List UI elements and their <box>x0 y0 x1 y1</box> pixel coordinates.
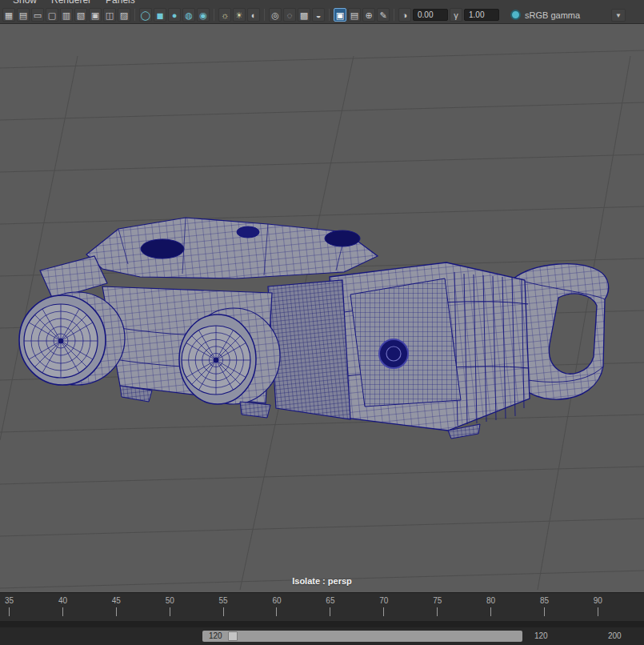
front-port <box>379 339 408 368</box>
depth-of-field-icon[interactable]: ◒ <box>312 8 325 22</box>
menu-panels[interactable]: Panels <box>106 0 135 6</box>
top-knob <box>141 239 184 258</box>
frame-number-label: 50 <box>166 596 174 605</box>
wireframe-model[interactable] <box>19 218 609 439</box>
frame-cell[interactable]: 40 <box>55 593 109 621</box>
frame-cell[interactable]: 55 <box>216 593 270 621</box>
camera-names-icon[interactable]: ◫ <box>103 8 116 22</box>
axes-icon[interactable]: ▨ <box>118 8 130 22</box>
frame-tick <box>223 607 224 616</box>
wireframe-shade-icon[interactable]: ◯ <box>139 8 152 22</box>
grease-pencil-icon[interactable]: ✎ <box>377 8 390 22</box>
frame-tick <box>598 607 598 616</box>
frame-cell[interactable]: 35 <box>2 593 55 621</box>
menubar: Show Renderer Panels <box>0 0 644 6</box>
frame-cell[interactable]: 70 <box>376 593 430 621</box>
animation-end-field[interactable]: 200 <box>608 631 622 640</box>
lens-left <box>19 292 125 385</box>
frame-tick <box>276 607 277 616</box>
frame-number-label: 70 <box>379 596 388 605</box>
gamma-field[interactable]: 1.00 <box>464 9 499 21</box>
view-transform-dropdown[interactable]: sRGB gamma ▼ <box>510 9 642 22</box>
playback-start-value: 120 <box>209 631 222 640</box>
smooth-shade-icon[interactable]: ● <box>168 8 181 22</box>
frame-tick <box>9 607 10 616</box>
playback-end-field[interactable]: 120 <box>534 631 548 640</box>
gamma-icon[interactable]: γ <box>450 8 462 22</box>
frame-number-label: 80 <box>486 596 495 605</box>
frame-cell[interactable]: 45 <box>109 593 162 621</box>
shadows-icon[interactable]: ◐ <box>247 8 260 22</box>
frame-tick <box>170 607 170 616</box>
maya-viewport-panel: Show Renderer Panels ▦ ▤ ▭ ▢ ▥ ▧ ▣ ◫ ▨ ◯… <box>0 0 644 645</box>
toolbar-separator <box>134 9 135 21</box>
textured-shade-icon[interactable]: ◍ <box>182 8 195 22</box>
view-transform-label: sRGB gamma <box>525 10 580 20</box>
slider-divider <box>0 621 644 627</box>
chevron-down-icon[interactable]: ▼ <box>611 9 626 22</box>
color-management-icon <box>510 10 521 20</box>
range-track[interactable]: 120 <box>202 631 522 642</box>
default-lighting-icon[interactable]: ☼ <box>218 8 231 22</box>
frame-cell[interactable]: 75 <box>430 593 483 621</box>
frame-cell[interactable]: 85 <box>537 593 590 621</box>
top-knob <box>325 230 360 246</box>
field-chart-icon[interactable]: ▥ <box>60 8 73 22</box>
viewport-canvas[interactable] <box>0 24 644 592</box>
toolbar-separator <box>329 9 330 21</box>
top-knob <box>237 226 259 238</box>
panel-toolbar: ▦ ▤ ▭ ▢ ▥ ▧ ▣ ◫ ▨ ◯ ◼ ● ◍ ◉ ☼ ☀ ◐ ◎ ◌ ▩ … <box>0 6 644 24</box>
frame-tick <box>437 607 438 616</box>
exposure-field[interactable]: 0.00 <box>413 9 448 21</box>
multisampling-icon[interactable]: ▩ <box>298 8 310 22</box>
frame-cell[interactable]: 80 <box>483 593 537 621</box>
frame-number-label: 40 <box>58 596 67 605</box>
frame-cell[interactable]: 50 <box>162 593 216 621</box>
toolbar-separator <box>214 9 214 21</box>
frame-number-label: 55 <box>219 596 228 605</box>
flat-shade-icon[interactable]: ◼ <box>154 8 166 22</box>
frame-tick <box>544 607 545 616</box>
layout-grid-icon[interactable]: ▦ <box>2 8 15 22</box>
frame-number-label: 45 <box>112 596 121 605</box>
image-plane-icon[interactable]: ▤ <box>348 8 361 22</box>
range-handle[interactable] <box>228 631 238 641</box>
frame-number-label: 65 <box>326 596 334 605</box>
ambient-occlusion-icon[interactable]: ◎ <box>269 8 282 22</box>
frame-tick <box>490 607 491 616</box>
exposure-icon[interactable]: ◑ <box>398 8 411 22</box>
frame-number-label: 35 <box>5 596 14 605</box>
frame-cell[interactable]: 60 <box>269 593 322 621</box>
isolate-mode-label: Isolate : persp <box>0 576 644 586</box>
frame-tick <box>383 607 384 616</box>
frame-tick <box>62 607 63 616</box>
viewport[interactable]: Isolate : persp <box>0 24 644 592</box>
frame-number-label: 75 <box>433 596 442 605</box>
safe-title-icon[interactable]: ▣ <box>89 8 102 22</box>
isolate-select-icon[interactable]: ▣ <box>334 8 346 22</box>
time-slider[interactable]: 35 40 45 50 55 60 65 70 75 80 <box>0 592 644 621</box>
frame-tick <box>116 607 117 616</box>
gate-mask-icon[interactable]: ▢ <box>46 8 58 22</box>
menu-renderer[interactable]: Renderer <box>51 0 91 6</box>
film-gate-icon[interactable]: ▤ <box>17 8 30 22</box>
toolbar-separator <box>394 9 394 21</box>
motion-blur-icon[interactable]: ◌ <box>283 8 296 22</box>
materials-icon[interactable]: ◉ <box>197 8 210 22</box>
toolbar-separator <box>264 9 265 21</box>
pan-zoom-icon[interactable]: ⊕ <box>362 8 375 22</box>
all-lights-icon[interactable]: ☀ <box>233 8 246 22</box>
frame-cell[interactable]: 65 <box>322 593 376 621</box>
resolution-gate-icon[interactable]: ▭ <box>31 8 44 22</box>
frame-number-label: 85 <box>540 596 549 605</box>
safe-action-icon[interactable]: ▧ <box>74 8 87 22</box>
frame-number-label: 60 <box>272 596 281 605</box>
frame-cell[interactable]: 90 <box>590 593 644 621</box>
frame-number-label: 90 <box>594 596 602 605</box>
menu-show[interactable]: Show <box>13 0 37 6</box>
range-slider[interactable]: 120 120 200 <box>0 627 644 645</box>
frame-tick <box>330 607 330 616</box>
